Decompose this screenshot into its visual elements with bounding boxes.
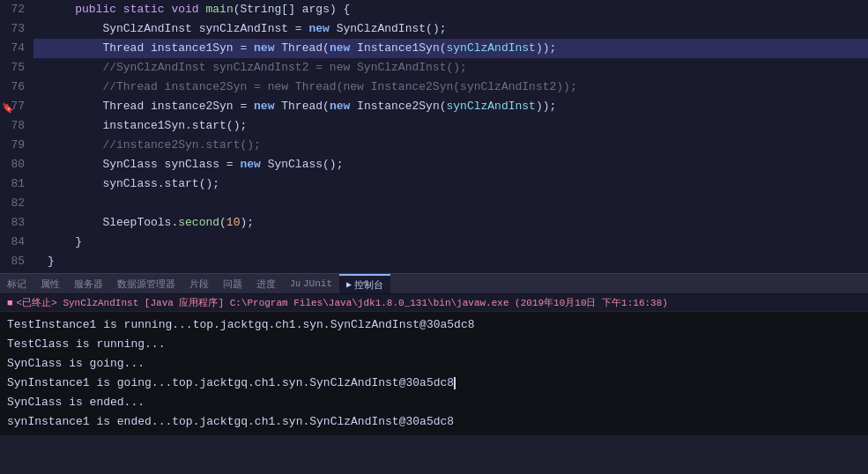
line-number: 76 <box>0 78 33 97</box>
line-content: //Thread instance2Syn = new Thread(new I… <box>33 78 868 97</box>
line-number: 75 <box>0 58 33 78</box>
code-line: 73 SynClzAndInst synClzAndInst = new Syn… <box>0 19 868 39</box>
tab-item[interactable]: ▶控制台 <box>339 274 390 293</box>
editor-area: 72 public static void main(String[] args… <box>0 0 868 273</box>
code-line: 79 //instance2Syn.start(); <box>0 136 868 155</box>
tab-item[interactable]: 数据源管理器 <box>110 274 182 293</box>
code-line: 78 instance1Syn.start(); <box>0 116 868 136</box>
line-content: synClass.start(); <box>33 174 868 194</box>
code-line: 82 <box>0 194 868 213</box>
tab-item[interactable]: 进度 <box>249 274 283 293</box>
line-number: 72 <box>0 0 33 19</box>
line-content: //SynClzAndInst synClzAndInst2 = new Syn… <box>33 58 868 78</box>
tab-item[interactable]: 标记 <box>0 274 33 293</box>
tab-item[interactable]: 属性 <box>33 274 67 293</box>
tab-label: 属性 <box>41 278 60 291</box>
code-line: 75 //SynClzAndInst synClzAndInst2 = new … <box>0 58 868 78</box>
code-line: 81 synClass.start(); <box>0 174 868 194</box>
line-number: 85 <box>0 252 33 271</box>
line-number: 73 <box>0 19 33 39</box>
console-header-text: <已终止> SynClzAndInst [Java 应用程序] C:\Progr… <box>17 296 668 309</box>
line-number: 79 <box>0 136 33 155</box>
tab-item[interactable]: 片段 <box>182 274 216 293</box>
line-content: } <box>33 252 868 271</box>
tab-label: 服务器 <box>74 278 103 291</box>
code-line: 76 //Thread instance2Syn = new Thread(ne… <box>0 78 868 97</box>
line-content: Thread instance2Syn = new Thread(new Ins… <box>33 97 868 116</box>
line-number: 77 <box>0 97 33 116</box>
line-content: SleepTools.second(10); <box>33 213 868 233</box>
console-line: SynInstance1 is going...top.jacktgq.ch1.… <box>7 374 861 393</box>
line-content: instance1Syn.start(); <box>33 116 868 136</box>
line-number: 84 <box>0 233 33 252</box>
line-content: //instance2Syn.start(); <box>33 136 868 155</box>
console-area: ■ <已终止> SynClzAndInst [Java 应用程序] C:\Pro… <box>0 294 868 435</box>
console-header: ■ <已终止> SynClzAndInst [Java 应用程序] C:\Pro… <box>0 294 868 312</box>
tab-label: 进度 <box>256 278 276 291</box>
code-line: 74 Thread instance1Syn = new Thread(new … <box>0 39 868 58</box>
console-line: TestInstance1 is running...top.jacktgq.c… <box>7 315 861 335</box>
line-content: Thread instance1Syn = new Thread(new Ins… <box>33 39 868 58</box>
code-lines: 72 public static void main(String[] args… <box>0 0 868 273</box>
code-line: 77 Thread instance2Syn = new Thread(new … <box>0 97 868 116</box>
console-line: SynClass is going... <box>7 354 861 374</box>
line-number: 81 <box>0 174 33 194</box>
code-line: 80 SynClass synClass = new SynClass(); <box>0 155 868 174</box>
tab-item[interactable]: 服务器 <box>67 274 110 293</box>
tab-label: 标记 <box>7 278 26 291</box>
line-content: SynClzAndInst synClzAndInst = new SynClz… <box>33 19 868 39</box>
line-number: 78 <box>0 116 33 136</box>
line-content: public static void main(String[] args) { <box>33 0 868 19</box>
tab-label: 控制台 <box>354 278 383 292</box>
tab-item[interactable]: JuJUnit <box>283 274 339 293</box>
code-line: 84 } <box>0 233 868 252</box>
line-number: 74 <box>0 39 33 58</box>
tab-item[interactable]: 问题 <box>216 274 249 293</box>
tab-label: 数据源管理器 <box>117 278 175 291</box>
line-content: } <box>33 233 868 252</box>
tabs-bar[interactable]: 标记属性服务器数据源管理器片段问题进度JuJUnit▶控制台 <box>0 273 868 294</box>
code-line: 85} <box>0 252 868 271</box>
console-line: SynClass is ended... <box>7 393 861 412</box>
tab-icon: ▶ <box>346 279 352 290</box>
line-content <box>33 194 868 213</box>
text-cursor <box>454 377 456 389</box>
code-line: 83 SleepTools.second(10); <box>0 213 868 233</box>
line-number: 80 <box>0 155 33 174</box>
tab-icon: Ju <box>290 279 300 289</box>
line-number: 82 <box>0 194 33 213</box>
console-output: TestInstance1 is running...top.jacktgq.c… <box>0 312 868 435</box>
tab-label: JUnit <box>303 278 332 289</box>
code-line: 72 public static void main(String[] args… <box>0 0 868 19</box>
terminated-icon: ■ <box>7 298 13 308</box>
line-number: 83 <box>0 213 33 233</box>
line-content: SynClass synClass = new SynClass(); <box>33 155 868 174</box>
tab-label: 片段 <box>189 278 209 291</box>
tab-label: 问题 <box>223 278 242 291</box>
console-line: synInstance1 is ended...top.jacktgq.ch1.… <box>7 412 861 432</box>
console-line: TestClass is running... <box>7 335 861 354</box>
